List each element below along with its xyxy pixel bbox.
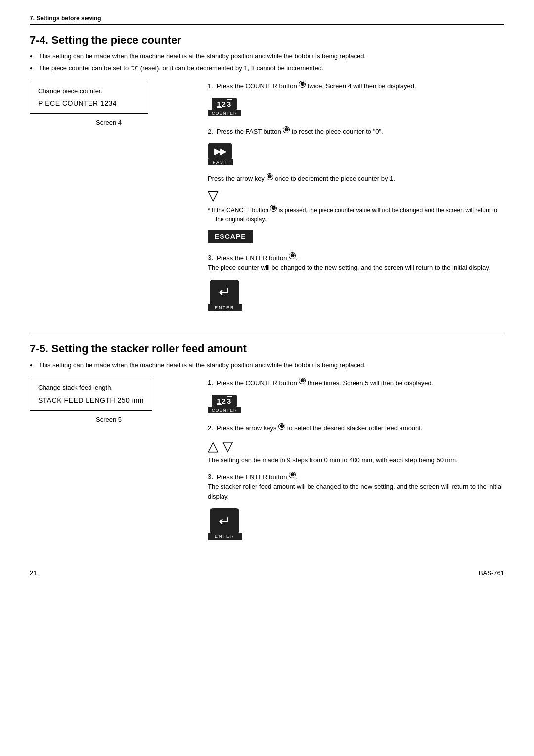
step75-2-desc: The setting can be made in 9 steps from … xyxy=(208,455,504,465)
step74-1: 1. Press the COUNTER button ❸ twice. Scr… xyxy=(208,81,504,119)
bullet-item: The piece counter can be set to "0" (res… xyxy=(30,63,504,73)
step74-3-text: 3. Press the ENTER button ❻. The piece c… xyxy=(208,252,504,272)
step75-1-text: 1. Press the COUNTER button ❸ three time… xyxy=(208,378,504,388)
step74-2-text: 2. Press the FAST button ❸ to reset the … xyxy=(208,126,504,137)
step75-3: 3. Press the ENTER button ❻. The stacker… xyxy=(208,472,504,543)
down-arrow: ▽ xyxy=(208,189,219,203)
step75-2-text: 2. Press the arrow keys ❸ to select the … xyxy=(208,423,504,433)
enter-arrow-icon: ↵ xyxy=(210,280,239,305)
step-number: 2. xyxy=(208,425,213,432)
bullet-item: This setting can be made when the machin… xyxy=(30,51,504,61)
counter-button-icon: 123 COUNTER xyxy=(208,395,241,413)
step-desc: Press the ENTER button ❻. The stacker ro… xyxy=(208,473,503,500)
screen4-title: Change piece counter. xyxy=(38,87,140,94)
screen5-title: Change stack feed length. xyxy=(38,384,144,391)
step74-2: 2. Press the FAST button ❸ to reset the … xyxy=(208,126,504,246)
arrow-down-icon: ▽ xyxy=(208,187,504,205)
fast-button-icon: ▶▶ FAST xyxy=(208,143,233,165)
enter-arrow: ↵ xyxy=(219,513,231,530)
fast-label: FAST xyxy=(208,159,233,165)
step-desc: Press the ENTER button ❻. The piece coun… xyxy=(208,254,490,272)
step-number: 1. xyxy=(208,379,213,387)
page-number: 21 xyxy=(30,569,37,577)
screen5-label: Screen 5 xyxy=(30,416,188,423)
step-desc: Press the arrow keys ❸ to select the des… xyxy=(217,425,422,432)
screen5-box: Change stack feed length. STACK FEED LEN… xyxy=(30,378,152,411)
section75-bullets: This setting can be made when the machin… xyxy=(30,360,504,370)
step-number: 2. xyxy=(208,128,213,135)
escape-label: ESCAPE xyxy=(208,230,253,243)
model-number: BAS-761 xyxy=(479,569,504,577)
section74-content: Change piece counter. PIECE COUNTER 1234… xyxy=(30,81,504,321)
fast-arrows: ▶▶ xyxy=(208,143,232,159)
section75-title: 7-5. Setting the stacker roller feed amo… xyxy=(30,342,504,355)
step-number: 3. xyxy=(208,254,213,262)
header-text: 7. Settings before sewing xyxy=(30,15,101,22)
step-desc: Press the FAST button ❸ to reset the pie… xyxy=(217,128,383,135)
circle-ref: ❻ xyxy=(289,252,296,259)
arrow-step-text: Press the arrow key ❸ once to decrement … xyxy=(208,173,504,184)
step-desc: Press the COUNTER button ❸ twice. Screen… xyxy=(217,82,416,90)
right-column: 1. Press the COUNTER button ❸ three time… xyxy=(208,378,504,550)
circle-ref: ❸ xyxy=(278,423,285,430)
circle-ref: ❺ xyxy=(270,205,277,212)
step74-3: 3. Press the ENTER button ❻. The piece c… xyxy=(208,252,504,314)
left-column: Change piece counter. PIECE COUNTER 1234… xyxy=(30,81,188,321)
section-header: 7. Settings before sewing xyxy=(30,15,504,25)
circle-ref: ❸ xyxy=(267,173,273,180)
escape-button: ESCAPE xyxy=(208,228,504,245)
circle-ref: ❻ xyxy=(289,472,296,478)
screen4-label: Screen 4 xyxy=(30,119,188,126)
section74-title: 7-4. Setting the piece counter xyxy=(30,34,504,47)
step-number: 3. xyxy=(208,473,213,481)
step-number: 1. xyxy=(208,82,213,90)
note-text: If the CANCEL button ❺ is pressed, the p… xyxy=(208,205,504,224)
step75-3-text: 3. Press the ENTER button ❻. The stacker… xyxy=(208,472,504,501)
counter-label: COUNTER xyxy=(208,110,241,116)
up-arrow-icon: △ xyxy=(208,439,219,453)
page-footer: 21 BAS-761 xyxy=(30,565,504,577)
bullet-item: This setting can be made when the machin… xyxy=(30,360,504,370)
enter-button-icon: ↵ ENTER xyxy=(208,280,242,311)
circle-ref: ❸ xyxy=(283,126,290,133)
step-desc: Press the COUNTER button ❸ three times. … xyxy=(217,379,433,387)
right-column: 1. Press the COUNTER button ❸ twice. Scr… xyxy=(208,81,504,321)
counter-digits: 123 xyxy=(212,395,237,407)
section-divider xyxy=(30,333,504,333)
enter-arrow: ↵ xyxy=(219,284,231,301)
arrow-up-down-icons: △ ▽ xyxy=(208,439,233,453)
left-column: Change stack feed length. STACK FEED LEN… xyxy=(30,378,188,550)
counter-button-icon: 123 COUNTER xyxy=(208,98,241,116)
screen4-box: Change piece counter. PIECE COUNTER 1234 xyxy=(30,81,148,114)
section75-content: Change stack feed length. STACK FEED LEN… xyxy=(30,378,504,550)
circle-ref: ❸ xyxy=(299,81,306,88)
screen4-content: PIECE COUNTER 1234 xyxy=(38,99,140,107)
step74-1-text: 1. Press the COUNTER button ❸ twice. Scr… xyxy=(208,81,504,91)
screen5-content: STACK FEED LENGTH 250 mm xyxy=(38,396,144,404)
page: 7. Settings before sewing 7-4. Setting t… xyxy=(0,0,534,756)
enter-button-icon: ↵ ENTER xyxy=(208,508,242,540)
down-arrow-icon: ▽ xyxy=(222,439,233,453)
step75-2: 2. Press the arrow keys ❸ to select the … xyxy=(208,423,504,465)
enter-arrow-icon: ↵ xyxy=(210,508,239,534)
section74-bullets: This setting can be made when the machin… xyxy=(30,51,504,73)
counter-digits: 123 xyxy=(212,98,237,110)
counter-label: COUNTER xyxy=(208,407,241,413)
enter-label: ENTER xyxy=(208,533,242,540)
circle-ref: ❸ xyxy=(299,378,306,384)
step75-1: 1. Press the COUNTER button ❸ three time… xyxy=(208,378,504,416)
enter-label: ENTER xyxy=(208,304,242,311)
